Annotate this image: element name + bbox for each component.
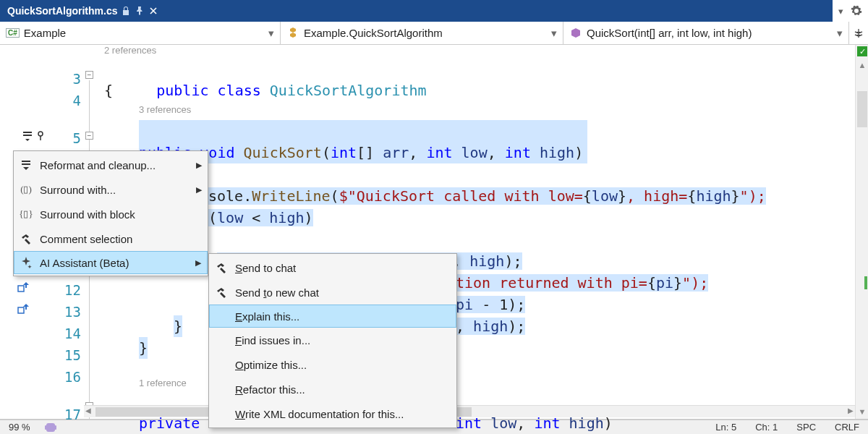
implements-up-icon[interactable] — [17, 282, 30, 292]
codelens-references[interactable]: 3 references — [139, 104, 191, 116]
tabbar-controls: ▾ — [833, 0, 868, 22]
broom-icon — [18, 159, 34, 171]
close-icon[interactable] — [149, 7, 158, 15]
split-editor-button[interactable] — [849, 22, 868, 44]
context-menu[interactable]: Reformat and cleanup... ▶ (▯) Surround w… — [13, 150, 208, 276]
menu-item-send-to-chat[interactable]: Send to chat — [209, 255, 456, 280]
menu-item-reformat[interactable]: Reformat and cleanup... ▶ — [14, 153, 208, 177]
implements-up-icon[interactable] — [17, 304, 30, 314]
nav-member-dropdown[interactable]: QuickSort(int[] arr, int low, int high) … — [563, 22, 849, 44]
hammer-icon — [18, 233, 34, 244]
menu-item-comment[interactable]: Comment selection — [14, 226, 208, 251]
scroll-left-icon[interactable]: ◀ — [85, 407, 91, 414]
nav-namespace-label: Example — [24, 27, 66, 39]
chevron-right-icon: ▶ — [196, 161, 202, 170]
csharp-icon: C# — [6, 28, 20, 38]
menu-item-refactor-this[interactable]: Refactor this... — [209, 377, 456, 401]
error-indicator-ok[interactable]: ✓ — [857, 46, 867, 56]
scroll-up-icon[interactable]: ▲ — [857, 61, 867, 71]
nav-class-label: Example.QuickSortAlgorithm — [304, 27, 443, 39]
chevron-down-icon: ▾ — [837, 27, 843, 40]
menu-item-surround-with[interactable]: (▯) Surround with... ▶ — [14, 177, 208, 202]
fold-toggle[interactable]: − — [85, 132, 93, 140]
status-indent[interactable]: SPC — [792, 422, 820, 433]
menu-item-optimize-this[interactable]: Optimize this... — [209, 352, 456, 377]
member-navigation-bar: C# Example ▾ Example.QuickSortAlgorithm … — [0, 22, 868, 45]
document-tabbar: QuickSortAlgorithm.cs ▾ — [0, 0, 868, 22]
chevron-right-icon: ▶ — [195, 258, 201, 268]
codelens-references[interactable]: 1 reference — [139, 378, 187, 389]
svg-rect-2 — [18, 307, 24, 313]
gear-icon[interactable] — [851, 5, 862, 17]
menu-item-surround-block[interactable]: {▯} Surround with block — [14, 202, 208, 226]
vertical-scrollbar[interactable]: ✓ ▲ ▼ — [855, 45, 868, 419]
chevron-right-icon: ▶ — [196, 185, 202, 195]
nav-class-dropdown[interactable]: Example.QuickSortAlgorithm ▾ — [281, 22, 563, 44]
hammer-icon — [213, 262, 229, 273]
nav-namespace-dropdown[interactable]: C# Example ▾ — [0, 22, 281, 44]
svg-point-0 — [38, 132, 43, 136]
document-tab-active[interactable]: QuickSortAlgorithm.cs — [0, 0, 163, 22]
class-icon — [286, 27, 299, 40]
pin-icon[interactable] — [135, 6, 145, 16]
ai-assistant-submenu[interactable]: Send to chat Send to new chat Explain th… — [208, 253, 457, 428]
zoom-level[interactable]: 99 % — [4, 422, 35, 433]
format-icon[interactable] — [22, 130, 33, 142]
codelens-references[interactable]: 2 references — [104, 45, 156, 56]
menu-item-send-to-new-chat[interactable]: Send to new chat — [209, 280, 456, 305]
status-caret-col[interactable]: Ch: 1 — [751, 422, 782, 433]
chevron-down-icon: ▾ — [551, 27, 557, 40]
chevron-down-icon: ▾ — [268, 27, 274, 40]
status-eol[interactable]: CRLF — [830, 422, 864, 433]
screwdriver-icon[interactable] — [35, 130, 46, 142]
chevron-down-icon[interactable]: ▾ — [838, 6, 843, 17]
fold-toggle[interactable]: − — [85, 71, 93, 79]
horizontal-scrollbar[interactable]: ◀ ▶ — [84, 405, 855, 417]
brackets-icon: {▯} — [18, 208, 34, 220]
menu-item-find-issues[interactable]: Find issues in... — [209, 328, 456, 352]
status-caret-line[interactable]: Ln: 5 — [711, 422, 741, 433]
nav-member-label: QuickSort(int[] arr, int low, int high) — [587, 27, 752, 39]
svg-rect-1 — [18, 286, 24, 292]
scroll-right-icon[interactable]: ▶ — [848, 407, 854, 414]
brackets-icon: (▯) — [18, 184, 34, 195]
scroll-down-icon[interactable]: ▼ — [857, 407, 867, 417]
lock-icon — [122, 6, 130, 16]
sparkle-icon — [18, 257, 34, 268]
menu-item-write-xml-doc[interactable]: Write XML documentation for this... — [209, 401, 456, 426]
hammer-icon — [213, 286, 229, 298]
file-name: QuickSortAlgorithm.cs — [7, 5, 117, 17]
method-icon — [569, 27, 582, 40]
menu-item-explain-this[interactable]: Explain this... — [209, 305, 456, 328]
menu-item-ai-assistant[interactable]: AI Assistant (Beta) ▶ — [14, 251, 208, 274]
